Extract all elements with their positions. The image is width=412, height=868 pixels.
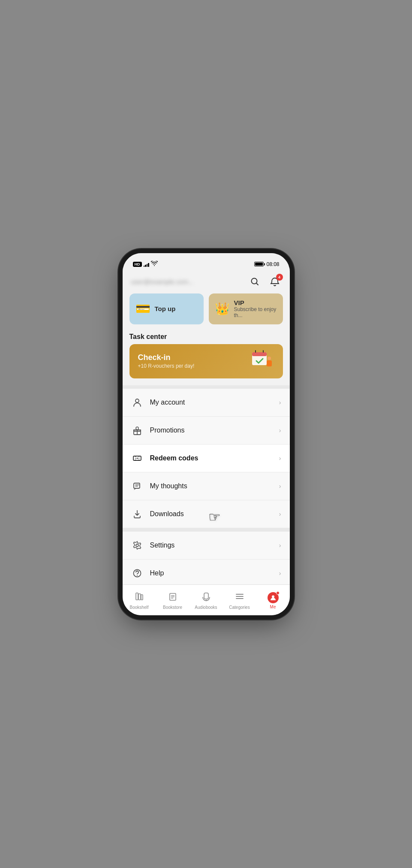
search-button[interactable]	[249, 275, 262, 288]
svg-point-12	[136, 457, 138, 459]
promotions-label: Promotions	[150, 426, 279, 434]
vip-icon: 👑	[215, 302, 230, 316]
bookshelf-nav-label: Bookshelf	[130, 605, 149, 610]
checkin-illustration	[249, 346, 274, 376]
topup-text: Top up	[155, 305, 176, 312]
settings-label: Settings	[150, 541, 279, 549]
redeem-icon	[131, 452, 143, 464]
me-notification-dot	[276, 591, 280, 595]
status-right: 08:08	[254, 261, 279, 267]
settings-icon	[131, 539, 143, 551]
battery-icon	[254, 262, 264, 266]
svg-point-30	[272, 596, 274, 598]
nav-me[interactable]: Me	[256, 590, 290, 609]
svg-rect-2	[252, 352, 267, 356]
svg-rect-13	[134, 483, 140, 488]
bookshelf-nav-icon	[135, 592, 144, 604]
downloads-label: Downloads	[150, 510, 279, 518]
menu-item-my-thoughts[interactable]: My thoughts ›	[123, 472, 290, 500]
svg-rect-18	[136, 593, 138, 600]
topup-icon: 💳	[135, 302, 150, 316]
svg-point-16	[137, 575, 138, 576]
menu-item-settings[interactable]: Settings ›	[123, 532, 290, 560]
notification-badge: 4	[276, 274, 283, 281]
svg-rect-20	[141, 595, 143, 600]
svg-rect-25	[204, 593, 208, 599]
redeem-codes-label: Redeem codes	[150, 454, 279, 462]
user-email: user@example.com...	[131, 278, 194, 285]
download-icon	[131, 508, 143, 520]
checkin-title: Check-in	[138, 353, 195, 362]
chevron-icon-help: ›	[279, 570, 281, 577]
thoughts-icon	[131, 480, 143, 492]
audiobooks-nav-icon	[201, 592, 211, 604]
hd-badge: HD	[133, 262, 142, 267]
divider-1	[123, 385, 290, 389]
chevron-icon-account: ›	[279, 399, 281, 406]
audiobooks-nav-label: Audiobooks	[195, 605, 217, 610]
status-left: HD	[133, 261, 158, 267]
topup-card[interactable]: 💳 Top up	[129, 293, 204, 324]
svg-point-7	[135, 399, 139, 402]
my-thoughts-label: My thoughts	[150, 482, 279, 490]
svg-point-14	[136, 544, 138, 547]
svg-rect-6	[267, 360, 272, 366]
categories-nav-icon	[235, 592, 244, 604]
scroll-content: user@example.com... 4	[123, 272, 290, 584]
topup-title: Top up	[155, 305, 176, 312]
checkin-text: Check-in +10 R-vouchers per day!	[138, 353, 195, 369]
promo-cards: 💳 Top up 👑 VIP Subscribe to enjoy th...	[123, 293, 290, 331]
bookstore-nav-icon	[168, 592, 177, 604]
vip-title: VIP	[234, 299, 277, 306]
svg-point-5	[268, 357, 271, 360]
task-center-label: Task center	[123, 331, 290, 344]
header-section: user@example.com... 4	[123, 272, 290, 293]
gift-icon	[131, 424, 143, 436]
help-icon	[131, 567, 143, 579]
chevron-icon-redeem: ›	[279, 455, 281, 462]
header-icons: 4	[249, 275, 281, 288]
checkin-card[interactable]: Check-in +10 R-vouchers per day!	[129, 344, 283, 378]
me-nav-label: Me	[270, 605, 276, 609]
bottom-nav: Bookshelf Bookstore Audiobo	[123, 584, 290, 615]
chevron-icon-settings: ›	[279, 542, 281, 549]
divider-2	[123, 528, 290, 532]
categories-nav-label: Categories	[229, 605, 250, 610]
notifications-button[interactable]: 4	[268, 275, 281, 288]
status-bar: HD 08:08	[123, 253, 290, 272]
time-display: 08:08	[266, 261, 279, 267]
menu-item-promotions[interactable]: Promotions ›	[123, 417, 290, 445]
vip-card[interactable]: 👑 VIP Subscribe to enjoy th...	[209, 293, 283, 324]
me-avatar	[268, 592, 279, 603]
nav-bookshelf[interactable]: Bookshelf	[123, 590, 156, 610]
chevron-icon-promotions: ›	[279, 427, 281, 434]
menu-item-downloads[interactable]: Downloads ›	[123, 500, 290, 528]
menu-list: My account › Promotions ›	[123, 389, 290, 584]
bookstore-nav-label: Bookstore	[163, 605, 182, 610]
phone-frame: HD 08:08	[123, 253, 290, 615]
wifi-icon	[151, 261, 158, 267]
svg-rect-19	[138, 594, 141, 600]
menu-item-my-account[interactable]: My account ›	[123, 389, 290, 417]
chevron-icon-thoughts: ›	[279, 483, 281, 490]
checkin-subtitle: +10 R-vouchers per day!	[138, 363, 195, 369]
nav-bookstore[interactable]: Bookstore	[156, 590, 189, 610]
menu-item-redeem-codes[interactable]: Redeem codes ›	[123, 445, 290, 472]
menu-item-help[interactable]: Help ›	[123, 560, 290, 584]
vip-subtitle: Subscribe to enjoy th...	[234, 306, 277, 318]
vip-text: VIP Subscribe to enjoy th...	[234, 299, 277, 318]
person-icon	[131, 396, 143, 408]
nav-categories[interactable]: Categories	[223, 590, 256, 610]
signal-bars	[144, 262, 149, 267]
nav-audiobooks[interactable]: Audiobooks	[189, 590, 223, 610]
help-label: Help	[150, 569, 279, 577]
my-account-label: My account	[150, 399, 279, 406]
chevron-icon-downloads: ›	[279, 511, 281, 517]
